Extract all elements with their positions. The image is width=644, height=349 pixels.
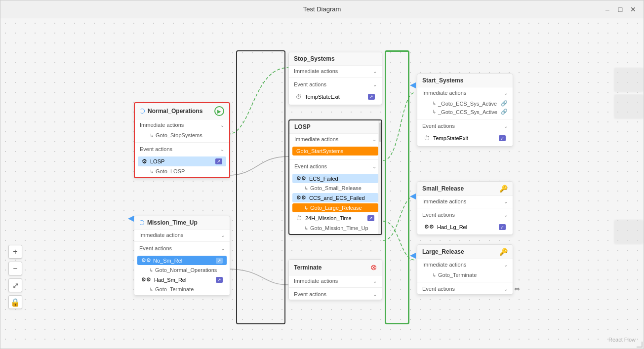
event-actions-header-lr[interactable]: Event actions ⌄ [417,283,513,294]
ccs-ecs-failed-item[interactable]: ⚙⚙ CCS_and_ECS_Failed [292,193,378,202]
goto-large-release-item[interactable]: ↳ Goto_Large_Release [292,203,378,212]
large-release-node: Large_Release 🔑 Immediate actions ⌄ ↳ Go… [417,244,513,295]
diagram-canvas: Normal_Operations ▶ Immediate actions ⌄ … [0,18,644,349]
immediate-actions-header-ss[interactable]: Immediate actions ⌄ [289,66,382,77]
window-title: Test Diagram [303,5,341,13]
import-icon-hadlgrel: ↙ [499,224,506,230]
event-actions-label-normal: Event actions [140,146,172,152]
ecs-failed-item[interactable]: ⚙⚙ ECS_Failed [292,174,378,183]
large-release-header: Large_Release 🔑 [417,245,513,259]
goto-ccs-active-item: ↳ _Goto_CCS_Sys_Active 🔗 [417,108,513,116]
mission-time-up-title: Mission_Time_Up [147,219,198,226]
goto-terminate-lr-item: ↳ Goto_Terminate [417,271,513,279]
export-icon-ss: ↗ [368,94,375,100]
immediate-actions-label-normal: Immediate actions [140,122,184,128]
fit-button[interactable]: ⤢ [8,278,22,292]
tempstateexit-startsys-item[interactable]: ⏱ TempStateExit ↙ [420,133,510,143]
immediate-actions-label-mtu: Immediate actions [139,232,183,238]
event-content-sr: ⚙⚙ Had_Lg_Rel ↙ [417,220,513,234]
event-actions-label-mtu: Event actions [139,245,172,251]
titlebar: Test Diagram – □ ✕ [0,0,644,18]
event-actions-header-ss[interactable]: Event actions ⌄ [289,79,382,90]
immediate-actions-header-normal[interactable]: Immediate actions ⌄ [135,119,229,130]
losp-event-item[interactable]: ⚙ LOSP ↗ [138,156,226,166]
mission-time-up-header: Mission_Time_Up [134,216,230,230]
zoom-in-button[interactable]: + [8,245,22,259]
zoom-out-button[interactable]: − [8,262,22,275]
small-release-node: Small_Release 🔑 Immediate actions ⌄ Even… [417,181,513,235]
immediate-actions-header-mtu[interactable]: Immediate actions ⌄ [134,230,230,240]
goto-mission-time-up-item: ↳ Goto_Mission_Time_Up [289,224,381,232]
goto-normal-ops-item: ↳ Goto_Normal_Operations [134,266,230,274]
event-actions-label-lr: Event actions [422,286,455,292]
mission-time-up-node: Mission_Time_Up Immediate actions ⌄ Even… [134,216,230,296]
lock-button[interactable]: 🔒 [8,295,22,309]
event-actions-header-sr[interactable]: Event actions ⌄ [417,209,513,220]
event-content-startsys: ⏱ TempStateExit ↙ [417,131,513,146]
maximize-button[interactable]: □ [616,5,625,14]
window-controls: – □ ✕ [603,5,638,14]
minimize-button[interactable]: – [603,5,612,14]
tool-controls: + − ⤢ 🔒 [8,245,22,309]
close-button[interactable]: ✕ [629,5,638,14]
immediate-actions-header-losp[interactable]: Immediate actions ⌄ [289,134,381,145]
normal-operations-header: Normal_Operations ▶ [135,103,229,119]
event-actions-label-term: Event actions [294,291,326,297]
main-window: Test Diagram – □ ✕ [0,0,644,349]
event-actions-content-normal: ⚙ LOSP ↗ ↳ Goto_LOSP [135,155,229,177]
goto-ecs-active-item: ↳ _Goto_ECS_Sys_Active 🔗 [417,99,513,108]
export-icon-24h: ↗ [367,215,374,221]
event-content-losp: ⚙⚙ ECS_Failed ↳ Goto_Small_Release ⚙⚙ CC… [289,172,381,234]
key-icon-large: 🔑 [499,248,508,256]
immediate-content-losp: Goto_StartSystems [289,145,381,158]
goto-startsystems-item[interactable]: Goto_StartSystems [292,147,378,155]
terminate-node: Terminate ⊗ Immediate actions ⌄ Event ac… [288,259,382,300]
event-actions-header-mtu[interactable]: Event actions ⌄ [134,243,230,254]
clock-icon-24h: ⏱ [296,215,302,222]
event-actions-header-normal[interactable]: Event actions ⌄ [135,144,229,155]
event-actions-header-losp[interactable]: Event actions ⌄ [289,161,381,172]
immediate-content-lr: ↳ Goto_Terminate [417,270,513,281]
losp-node: LOSP Immediate actions ⌄ Goto_StartSyste… [288,119,382,235]
terminate-title: Terminate [294,264,322,271]
gear-icon-nosmrel: ⚙⚙ [141,257,151,264]
immediate-actions-content-normal: ↳ Goto_StopSystems [135,130,229,141]
clock-icon-startsys: ⏱ [424,135,430,142]
had-sm-rel-item[interactable]: ⚙⚙ Had_Sm_Rel ↗ [137,275,227,284]
immediate-actions-chevron-normal: ⌄ [220,122,224,128]
play-icon[interactable]: ▶ [214,106,224,116]
immediate-actions-header-lr[interactable]: Immediate actions ⌄ [417,259,513,270]
import-icon-startsys: ↙ [499,135,506,141]
gear-icon-hadlgrel: ⚙⚙ [424,224,434,230]
immediate-actions-header-startsys[interactable]: Immediate actions ⌄ [417,87,513,98]
event-actions-label-losp: Event actions [294,163,327,169]
immediate-actions-label-term: Immediate actions [294,278,338,284]
normal-ops-left-port [128,216,134,222]
small-release-title: Small_Release [422,185,464,192]
clock-icon-ss: ⏱ [296,93,302,100]
large-release-port [410,253,416,259]
24h-mission-time-item[interactable]: ⏱ 24H_Mission_Time ↗ [292,213,378,223]
immediate-content-startsys: ↳ _Goto_ECS_Sys_Active 🔗 ↳ _Goto_CCS_Sys… [417,98,513,118]
export-icon-losp: ↗ [215,158,222,164]
normal-operations-node: Normal_Operations ▶ Immediate actions ⌄ … [134,102,230,178]
immediate-actions-header-term[interactable]: Immediate actions ⌄ [289,275,382,286]
black-border-column [236,50,285,324]
event-chevron-mtu: ⌄ [221,246,225,251]
event-actions-header-startsys[interactable]: Event actions ⌄ [417,120,513,131]
had-lg-rel-item[interactable]: ⚙⚙ Had_Lg_Rel ↙ [420,222,510,232]
close-circle-icon: ⊗ [370,263,377,272]
immediate-actions-header-sr[interactable]: Immediate actions ⌄ [417,196,513,207]
resize-handle[interactable] [637,342,643,348]
gear-icon-ccsecsfailed: ⚙⚙ [296,194,306,201]
terminate-header: Terminate ⊗ [289,260,382,275]
immediate-actions-label-ss: Immediate actions [294,68,338,74]
no-sm-rel-item[interactable]: ⚙⚙ No_Sm_Rel ↗ [137,256,227,265]
immediate-actions-label-startsys: Immediate actions [422,90,466,96]
tempstateexit-ss-item[interactable]: ⏱ TempStateExit ↗ [292,92,379,102]
start-systems-port [410,82,416,88]
start-systems-header: Start_Systems [417,74,513,87]
losp-scrollbar[interactable] [378,120,381,234]
key-icon-small: 🔑 [499,185,508,193]
event-actions-header-term[interactable]: Event actions ⌄ [289,289,382,300]
